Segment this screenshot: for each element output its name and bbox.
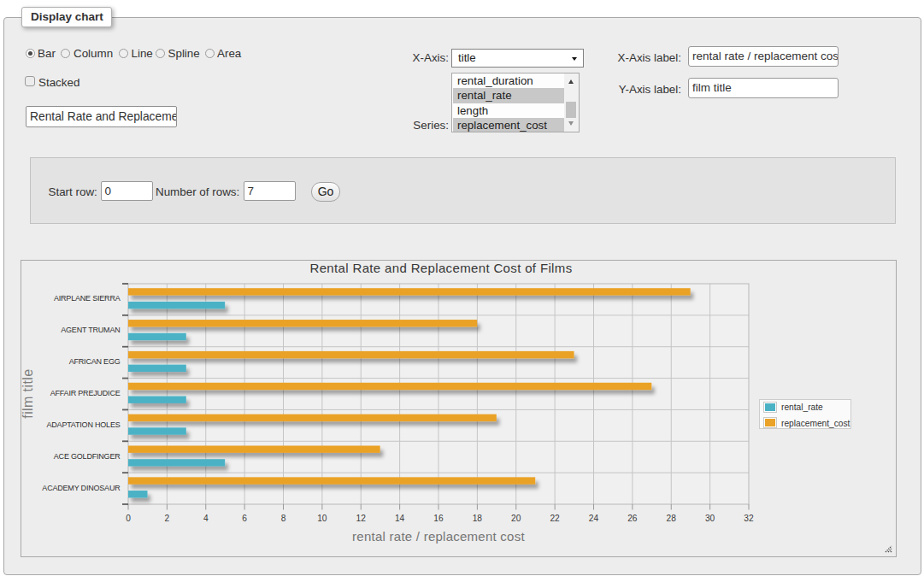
svg-text:16: 16	[433, 514, 444, 523]
svg-text:AGENT TRUMAN: AGENT TRUMAN	[61, 326, 120, 334]
svg-text:Rental Rate and Replacement Co: Rental Rate and Replacement Cost of Film…	[310, 261, 573, 275]
svg-text:28: 28	[667, 514, 677, 523]
svg-text:ADAPTATION HOLES: ADAPTATION HOLES	[47, 420, 121, 429]
svg-text:film title: film title	[21, 368, 36, 418]
svg-text:AFFAIR PREJUDICE: AFFAIR PREJUDICE	[50, 389, 121, 397]
svg-text:10: 10	[317, 514, 327, 523]
svg-text:AFRICAN EGG: AFRICAN EGG	[69, 357, 121, 366]
svg-text:rental rate / replacement cost: rental rate / replacement cost	[352, 529, 525, 544]
svg-text:18: 18	[473, 514, 483, 523]
svg-text:22: 22	[550, 514, 560, 523]
svg-text:0: 0	[126, 514, 131, 523]
svg-text:26: 26	[627, 514, 638, 523]
svg-text:30: 30	[705, 514, 715, 523]
svg-text:ACE GOLDFINGER: ACE GOLDFINGER	[54, 452, 121, 461]
svg-text:24: 24	[589, 514, 599, 523]
svg-text:AIRPLANE SIERRA: AIRPLANE SIERRA	[54, 294, 121, 303]
svg-text:6: 6	[242, 514, 247, 523]
svg-text:32: 32	[744, 514, 754, 523]
svg-text:2: 2	[165, 514, 170, 523]
svg-text:8: 8	[281, 514, 286, 523]
svg-text:ACADEMY DINOSAUR: ACADEMY DINOSAUR	[42, 484, 121, 492]
svg-text:14: 14	[395, 514, 405, 523]
svg-text:12: 12	[356, 514, 367, 523]
svg-text:20: 20	[511, 514, 521, 523]
svg-text:4: 4	[203, 514, 209, 523]
